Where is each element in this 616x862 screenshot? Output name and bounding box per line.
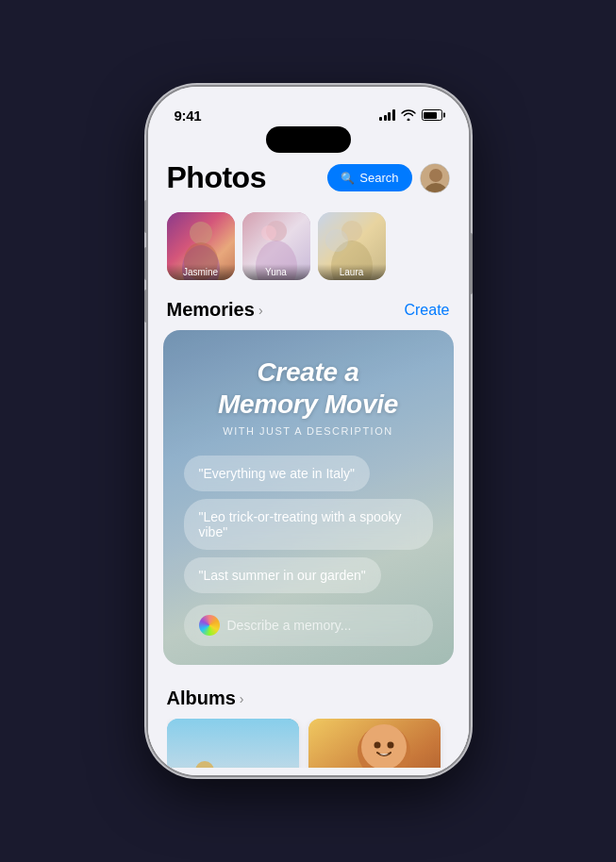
person-item[interactable]: Yuna — [242, 212, 310, 280]
memory-subtitle: WITH JUST A DESCRIPTION — [184, 425, 433, 437]
status-bar: 9:41 — [148, 87, 469, 132]
person-photo-jasmine[interactable]: Jasmine — [167, 212, 235, 280]
memories-create-button[interactable]: Create — [404, 302, 449, 319]
person-photo-yuna[interactable]: Yuna — [242, 212, 310, 280]
search-button[interactable]: 🔍 Search — [327, 164, 411, 191]
svg-rect-15 — [167, 719, 299, 768]
battery-icon — [422, 109, 442, 121]
albums-row[interactable]: Seaside idyll 63 — [167, 719, 450, 768]
album-card-test[interactable]: Test 159 — [308, 719, 441, 768]
svg-point-14 — [325, 229, 348, 252]
memories-chevron-icon: › — [258, 303, 263, 318]
album-thumb-test — [308, 719, 441, 768]
albums-chevron-icon: › — [240, 691, 244, 706]
search-label: Search — [359, 171, 398, 185]
albums-section: Albums › — [148, 665, 469, 768]
header-actions: 🔍 Search — [327, 163, 449, 193]
person-item[interactable]: Laura — [318, 212, 386, 280]
dynamic-island — [266, 126, 351, 153]
svg-point-4 — [190, 222, 212, 244]
person-name-laura: Laura — [322, 267, 382, 277]
describe-placeholder: Describe a memory... — [227, 618, 352, 633]
search-icon: 🔍 — [341, 172, 355, 185]
person-name-yuna: Yuna — [246, 267, 307, 277]
scroll-content[interactable]: Photos 🔍 Search — [148, 153, 469, 768]
svg-point-22 — [361, 724, 407, 768]
status-icons — [379, 109, 442, 121]
svg-point-1 — [429, 169, 442, 182]
suggestion-pill-3[interactable]: "Last summer in our garden" — [184, 557, 381, 593]
person-photo-laura[interactable]: Laura — [318, 212, 386, 280]
people-row[interactable]: Jasmine — [148, 212, 469, 291]
person-label-bar-yuna: Yuna — [242, 264, 310, 280]
describe-memory-input[interactable]: Describe a memory... — [184, 605, 433, 646]
memory-title: Create a Memory Movie — [184, 356, 433, 420]
ai-icon — [199, 615, 220, 636]
album-card-seaside[interactable]: Seaside idyll 63 — [167, 719, 299, 768]
svg-point-23 — [374, 742, 380, 749]
memory-card[interactable]: Create a Memory Movie WITH JUST A DESCRI… — [163, 330, 454, 665]
svg-point-24 — [387, 742, 393, 749]
signal-bars-icon — [379, 109, 395, 121]
memories-section-header: Memories › Create — [148, 291, 469, 330]
memory-suggestions: "Everything we ate in Italy" "Leo trick-… — [184, 456, 433, 646]
albums-title[interactable]: Albums › — [167, 688, 244, 709]
photos-header: Photos 🔍 Search — [148, 153, 469, 212]
status-time: 9:41 — [175, 108, 202, 124]
suggestion-pill-2[interactable]: "Leo trick-or-treating with a spooky vib… — [184, 499, 433, 550]
album-thumb-seaside — [167, 719, 299, 768]
svg-point-10 — [261, 225, 276, 240]
avatar[interactable] — [420, 163, 450, 193]
person-label-bar-laura: Laura — [318, 264, 386, 280]
person-label-bar-jasmine: Jasmine — [167, 264, 235, 280]
wifi-icon — [401, 109, 416, 121]
person-name-jasmine: Jasmine — [171, 267, 231, 277]
page-title: Photos — [167, 160, 266, 195]
suggestion-pill-1[interactable]: "Everything we ate in Italy" — [184, 456, 371, 491]
memories-title[interactable]: Memories › — [167, 299, 263, 321]
albums-section-header: Albums › — [167, 680, 450, 719]
person-item[interactable]: Jasmine — [167, 212, 235, 280]
memory-heading: Create a Memory Movie WITH JUST A DESCRI… — [184, 356, 433, 437]
